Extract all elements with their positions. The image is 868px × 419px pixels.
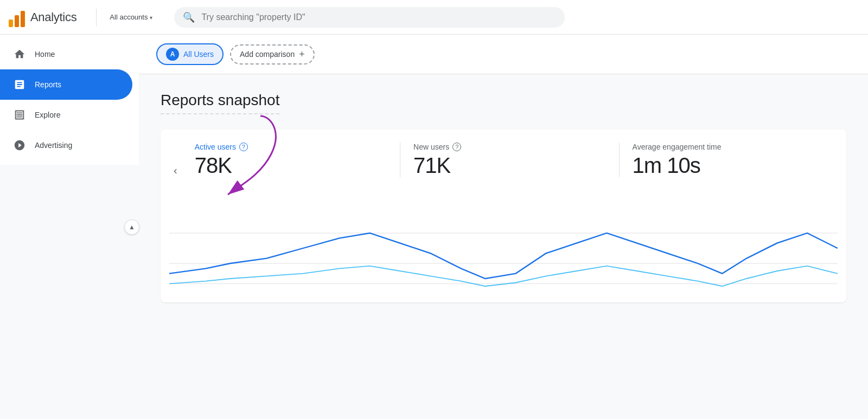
chip-avatar: A [166, 48, 179, 61]
content-area: A All Users Add comparison + Reports sna… [139, 35, 868, 419]
metric-value-engagement-time: 1m 10s [633, 153, 825, 177]
all-users-chip[interactable]: A All Users [156, 43, 224, 65]
header-divider [96, 9, 97, 26]
sidebar: Home Reports Explore [0, 35, 139, 165]
metric-engagement-time: Average engagement time 1m 10s [620, 143, 838, 177]
account-selector[interactable]: All accounts ▾ [105, 11, 157, 23]
search-input[interactable] [201, 12, 556, 22]
metric-label-new-users: New users ? [413, 143, 605, 151]
sidebar-label-home: Home [35, 50, 55, 59]
main-content: Reports snapshot ‹ Active users ? 78K [139, 74, 868, 419]
filter-bar: A All Users Add comparison + [139, 35, 868, 74]
search-area: 🔍 [174, 7, 565, 28]
explore-icon [13, 108, 26, 121]
sidebar-label-reports: Reports [35, 80, 61, 89]
reports-icon [13, 78, 26, 91]
sidebar-label-advertising: Advertising [35, 141, 72, 150]
search-icon: 🔍 [183, 11, 195, 23]
sidebar-wrapper: Home Reports Explore [0, 35, 139, 419]
new-users-help-icon[interactable]: ? [452, 143, 461, 151]
sidebar-item-reports[interactable]: Reports [0, 69, 132, 100]
chart-area [161, 194, 846, 302]
all-users-label: All Users [183, 50, 214, 59]
page-title: Reports snapshot [161, 92, 279, 114]
logo-bar-medium [15, 15, 19, 27]
app-header: Analytics All accounts ▾ 🔍 [0, 0, 868, 35]
metric-new-users: New users ? 71K [400, 143, 619, 177]
stats-metrics: Active users ? 78K New users ? 71K [182, 143, 838, 177]
account-label: All accounts [110, 13, 148, 21]
search-bar[interactable]: 🔍 [174, 7, 565, 28]
sidebar-collapse-button[interactable]: ▲ [124, 220, 139, 235]
analytics-logo-icon [9, 8, 25, 27]
logo-bar-large [21, 11, 25, 27]
sidebar-label-explore: Explore [35, 111, 60, 119]
sidebar-item-explore[interactable]: Explore [0, 100, 132, 130]
add-comparison-chip[interactable]: Add comparison + [230, 44, 315, 65]
stats-body: ‹ Active users ? 78K New users [161, 130, 846, 194]
metric-value-new-users: 71K [413, 153, 605, 177]
line-chart [169, 203, 838, 294]
home-icon [13, 48, 26, 61]
add-comparison-label: Add comparison [240, 50, 295, 59]
metric-active-users: Active users ? 78K [182, 143, 400, 177]
chevron-up-icon: ▲ [129, 223, 135, 231]
advertising-icon [13, 139, 26, 152]
logo-area: Analytics [9, 8, 87, 27]
metric-label-active-users: Active users ? [195, 143, 387, 151]
stats-prev-button[interactable]: ‹ [169, 160, 182, 181]
plus-icon: + [299, 49, 305, 60]
stats-card: ‹ Active users ? 78K New users [161, 130, 846, 302]
chevron-down-icon: ▾ [150, 15, 152, 21]
app-title: Analytics [30, 10, 76, 24]
main-layout: Home Reports Explore [0, 35, 868, 419]
sidebar-item-home[interactable]: Home [0, 39, 132, 69]
active-users-help-icon[interactable]: ? [239, 143, 248, 151]
logo-bar-small [9, 20, 13, 27]
metric-value-active-users: 78K [195, 153, 387, 177]
sidebar-item-advertising[interactable]: Advertising [0, 130, 132, 160]
metric-label-engagement-time: Average engagement time [633, 143, 825, 151]
